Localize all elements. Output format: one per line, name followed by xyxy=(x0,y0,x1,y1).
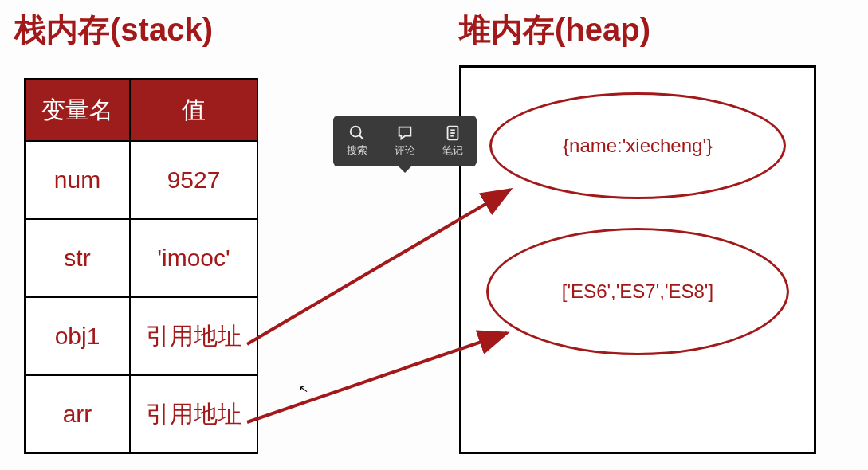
cell-val: 引用地址 xyxy=(130,297,257,375)
cell-var: obj1 xyxy=(25,297,130,375)
svg-point-0 xyxy=(351,127,361,137)
comment-label: 评论 xyxy=(395,143,415,158)
search-icon xyxy=(348,124,366,142)
note-icon xyxy=(444,124,461,142)
heap-object-text: {name:'xiecheng'} xyxy=(563,133,713,158)
table-row: num 9527 xyxy=(25,141,257,219)
table-row: obj1 引用地址 xyxy=(25,297,257,375)
cell-val: 引用地址 xyxy=(130,375,257,453)
stack-table: 变量名 值 num 9527 str 'imooc' obj1 引用地址 arr… xyxy=(24,78,258,454)
cell-var: str xyxy=(25,219,130,297)
heap-object-ellipse: {name:'xiecheng'} xyxy=(489,92,786,199)
cursor-icon: ↖ xyxy=(298,382,310,396)
search-label: 搜索 xyxy=(347,143,367,158)
floating-toolbar: 搜索 评论 笔记 xyxy=(333,116,477,166)
search-button[interactable]: 搜索 xyxy=(337,124,377,158)
note-button[interactable]: 笔记 xyxy=(433,124,473,158)
header-val: 值 xyxy=(130,79,257,141)
note-label: 笔记 xyxy=(442,143,463,158)
cell-var: arr xyxy=(25,375,130,453)
cell-var: num xyxy=(25,141,130,219)
table-row: str 'imooc' xyxy=(25,219,257,297)
heap-title: 堆内存(heap) xyxy=(459,8,650,52)
cell-val: 'imooc' xyxy=(130,219,257,297)
svg-line-1 xyxy=(359,135,364,140)
cell-val: 9527 xyxy=(130,141,257,219)
heap-array-text: ['ES6','ES7','ES8'] xyxy=(562,279,713,304)
comment-button[interactable]: 评论 xyxy=(385,124,425,158)
header-var: 变量名 xyxy=(25,79,130,141)
comment-icon xyxy=(396,124,414,142)
table-row: arr 引用地址 xyxy=(25,375,257,453)
stack-title: 栈内存(stack) xyxy=(14,8,213,52)
heap-array-ellipse: ['ES6','ES7','ES8'] xyxy=(486,228,789,355)
table-header-row: 变量名 值 xyxy=(25,79,257,141)
